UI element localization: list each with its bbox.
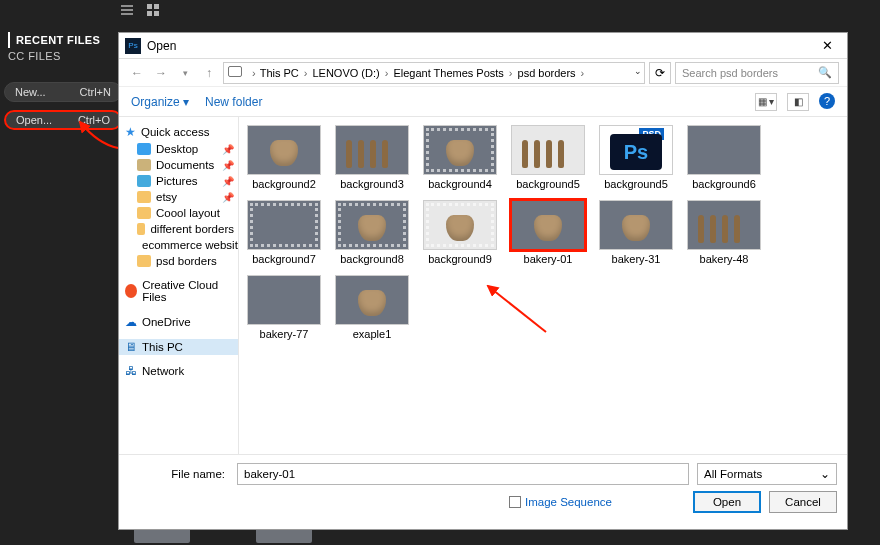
file-item[interactable]: bakery-01 <box>511 200 585 265</box>
crumb-folder-2[interactable]: psd borders <box>518 67 590 79</box>
sidebar-onedrive[interactable]: ☁ OneDrive <box>119 313 238 331</box>
cancel-button[interactable]: Cancel <box>769 491 837 513</box>
preview-pane-button[interactable]: ◧ <box>787 93 809 111</box>
crumb-this-pc[interactable]: This PC <box>260 67 313 79</box>
breadcrumb[interactable]: › This PC LENOVO (D:) Elegant Themes Pos… <box>223 62 645 84</box>
search-input[interactable]: Search psd borders 🔍 <box>675 62 839 84</box>
file-grid[interactable]: background2background3background4backgro… <box>239 117 847 454</box>
folder-icon <box>137 191 151 203</box>
file-item[interactable]: background5 <box>511 125 585 190</box>
file-item[interactable]: background7 <box>247 200 321 265</box>
sidebar-item-ecommerce-website[interactable]: ecommerce website <box>119 237 238 253</box>
open-document-pill[interactable]: Open... Ctrl+O <box>4 110 122 130</box>
file-label: background2 <box>247 178 321 190</box>
nav-history-dropdown[interactable]: ▾ <box>175 63 195 83</box>
sidebar-item-label: Pictures <box>156 175 198 187</box>
sidebar-item-different-borders[interactable]: different borders <box>119 221 238 237</box>
file-item[interactable]: exaple1 <box>335 275 409 340</box>
svg-rect-2 <box>147 11 152 16</box>
menu-icon[interactable] <box>120 3 134 21</box>
folder-icon <box>137 143 151 155</box>
organize-menu[interactable]: Organize ▾ <box>131 95 189 109</box>
breadcrumb-dropdown-icon[interactable]: ⌄ <box>634 66 642 76</box>
new-label: New... <box>15 86 46 98</box>
nav-back-button[interactable]: ← <box>127 63 147 83</box>
tab-recent-files[interactable]: RECENT FILES <box>8 32 100 48</box>
address-bar: ← → ▾ ↑ › This PC LENOVO (D:) Elegant Th… <box>119 59 847 87</box>
sidebar-item-psd-borders[interactable]: psd borders <box>119 253 238 269</box>
sidebar-this-pc[interactable]: 🖥 This PC <box>119 339 238 355</box>
sidebar-item-label: psd borders <box>156 255 217 267</box>
nav-up-button[interactable]: ↑ <box>199 63 219 83</box>
file-label: bakery-77 <box>247 328 321 340</box>
nav-forward-button[interactable]: → <box>151 63 171 83</box>
file-label: background6 <box>687 178 761 190</box>
pin-icon: 📌 <box>222 192 234 203</box>
folder-icon <box>137 175 151 187</box>
dialog-toolbar: Organize ▾ New folder ▦ ▾ ◧ ? <box>119 87 847 117</box>
search-icon: 🔍 <box>818 66 832 79</box>
help-button[interactable]: ? <box>819 93 835 109</box>
file-type-value: All Formats <box>704 468 762 480</box>
star-icon: ★ <box>125 125 136 139</box>
file-label: background7 <box>247 253 321 265</box>
crumb-folder-1[interactable]: Elegant Themes Posts <box>393 67 517 79</box>
sidebar-item-documents[interactable]: Documents📌 <box>119 157 238 173</box>
crumb-drive[interactable]: LENOVO (D:) <box>312 67 393 79</box>
file-item[interactable]: background2 <box>247 125 321 190</box>
grid-icon[interactable] <box>146 3 160 21</box>
file-label: background9 <box>423 253 497 265</box>
sidebar-network[interactable]: 🖧 Network <box>119 363 238 379</box>
new-folder-button[interactable]: New folder <box>205 95 262 109</box>
dialog-titlebar: Ps Open ✕ <box>119 33 847 59</box>
file-label: background8 <box>335 253 409 265</box>
pc-icon: 🖥 <box>125 341 137 353</box>
filename-input[interactable] <box>237 463 689 485</box>
folder-icon <box>137 159 151 171</box>
sidebar-item-pictures[interactable]: Pictures📌 <box>119 173 238 189</box>
quick-access-label: Quick access <box>141 126 209 138</box>
search-placeholder: Search psd borders <box>682 67 778 79</box>
breadcrumb-sep: › <box>252 67 256 79</box>
open-button[interactable]: Open <box>693 491 761 513</box>
file-item[interactable]: background4 <box>423 125 497 190</box>
file-item[interactable]: bakery-48 <box>687 200 761 265</box>
file-item[interactable]: bakery-31 <box>599 200 673 265</box>
pc-icon <box>228 66 242 77</box>
file-item[interactable]: background8 <box>335 200 409 265</box>
filename-label: File name: <box>129 468 229 480</box>
sidebar-item-desktop[interactable]: Desktop📌 <box>119 141 238 157</box>
file-type-dropdown[interactable]: All Formats ⌄ <box>697 463 837 485</box>
sidebar-creative-cloud[interactable]: Creative Cloud Files <box>119 277 238 305</box>
file-item[interactable]: background6 <box>687 125 761 190</box>
nav-sidebar: ★ Quick access Desktop📌Documents📌Picture… <box>119 117 239 454</box>
folder-icon <box>137 255 151 267</box>
file-item[interactable]: background3 <box>335 125 409 190</box>
close-button[interactable]: ✕ <box>807 38 847 53</box>
new-document-pill[interactable]: New... Ctrl+N <box>4 82 122 102</box>
folder-icon <box>137 207 151 219</box>
file-item[interactable]: bakery-77 <box>247 275 321 340</box>
image-sequence-checkbox[interactable] <box>509 496 521 508</box>
file-label: background3 <box>335 178 409 190</box>
file-label: background5 <box>511 178 585 190</box>
refresh-button[interactable]: ⟳ <box>649 62 671 84</box>
view-thumbnails-button[interactable]: ▦ ▾ <box>755 93 777 111</box>
file-item[interactable]: background9 <box>423 200 497 265</box>
sidebar-item-etsy[interactable]: etsy📌 <box>119 189 238 205</box>
this-pc-label: This PC <box>142 341 183 353</box>
app-icon: Ps <box>125 38 141 54</box>
folder-icon <box>137 223 145 235</box>
file-label: bakery-01 <box>511 253 585 265</box>
onedrive-label: OneDrive <box>142 316 191 328</box>
pin-icon: 📌 <box>222 160 234 171</box>
file-item[interactable]: PSDPsbackground5 <box>599 125 673 190</box>
sidebar-item-label: Desktop <box>156 143 198 155</box>
file-open-dialog: Ps Open ✕ ← → ▾ ↑ › This PC LENOVO (D:) … <box>118 32 848 530</box>
new-shortcut: Ctrl+N <box>80 86 111 98</box>
sidebar-item-coool-layout[interactable]: Coool layout <box>119 205 238 221</box>
pin-icon: 📌 <box>222 144 234 155</box>
tab-cc-files[interactable]: CC FILES <box>8 48 61 64</box>
creative-cloud-icon <box>125 284 137 298</box>
sidebar-quick-access[interactable]: ★ Quick access <box>119 123 238 141</box>
